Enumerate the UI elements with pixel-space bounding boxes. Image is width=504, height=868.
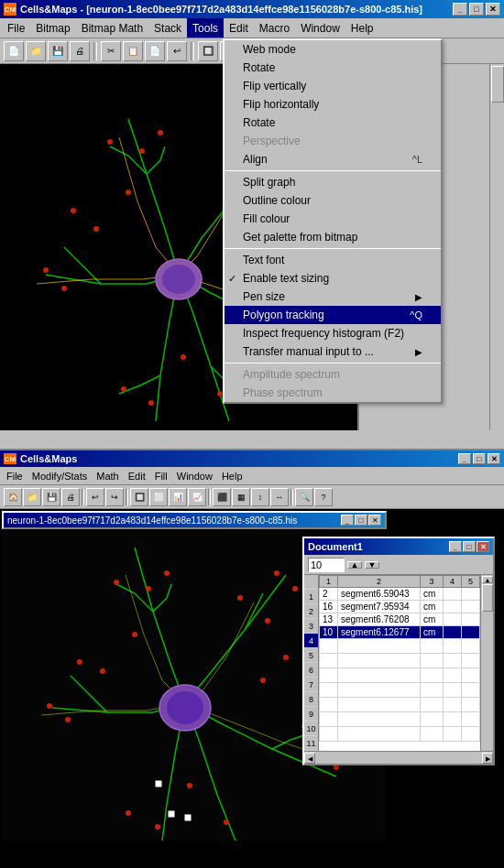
table-row-selected[interactable]: 10 segment6.12677 cm [320,626,480,639]
menu-item-rotate-1[interactable]: Rotate [225,59,441,77]
menu-item-enable-text-sizing[interactable]: ✓ Enable text sizing [225,269,441,288]
bottom-tb-7[interactable]: 🔲 [130,488,148,506]
bottom-tb-16[interactable]: ? [314,488,333,506]
menu-item-transfer-manual[interactable]: Transfer manual input to ... ▶ [225,342,441,361]
bottom-tb-1[interactable]: 🏠 [4,488,22,506]
menu-help[interactable]: Help [345,18,379,38]
maximize-button[interactable]: □ [469,3,484,16]
bottom-minimize[interactable]: _ [458,453,471,464]
menu-item-text-font[interactable]: Text font [225,251,441,269]
table-row[interactable] [320,639,480,654]
bottom-maximize[interactable]: □ [473,453,486,464]
menu-item-polygon-tracking[interactable]: Polygon tracking ^Q [225,306,441,324]
doc-scroll-thumb[interactable] [482,584,493,612]
table-row[interactable] [320,654,480,668]
doc-close[interactable]: ✕ [477,541,489,552]
toolbar-btn-9[interactable]: 🔲 [198,41,218,61]
menu-item-outline-colour[interactable]: Outline colour [225,191,441,210]
menu-item-flip-vertically[interactable]: Flip vertically [225,77,441,95]
bottom-menu-math[interactable]: Math [92,470,123,483]
cell-7-2 [338,668,421,683]
toolbar-btn-2[interactable]: 📁 [26,41,46,61]
svg-point-19 [107,139,113,145]
doc-scroll-up[interactable]: ▲ [347,561,362,569]
cell-6-1 [320,654,338,668]
toolbar-btn-1[interactable]: 📄 [4,41,24,61]
doc-scroll-left-btn[interactable]: ◀ [304,753,315,764]
toolbar-btn-5[interactable]: ✂ [101,41,121,61]
table-row[interactable]: 2 segment6.59043 cm [320,588,480,601]
bottom-menu-modify[interactable]: Modify/Stats [27,470,93,483]
bottom-tb-2[interactable]: 📁 [23,488,41,506]
table-row[interactable] [320,727,480,742]
dropdown-sep-2 [225,248,441,249]
menu-bitmap-math[interactable]: Bitmap Math [76,18,148,38]
bottom-tb-12[interactable]: ▦ [232,488,250,506]
menu-item-split-graph[interactable]: Split graph [225,173,441,191]
toolbar-btn-8[interactable]: ↩ [167,41,187,61]
doc-maximize[interactable]: □ [463,541,476,552]
menu-item-rotate-2[interactable]: Rotate [225,114,441,132]
menu-item-pen-size[interactable]: Pen size ▶ [225,288,441,306]
table-row[interactable]: 16 segment7.95934 cm [320,601,480,613]
menu-item-flip-horizontally[interactable]: Flip horizontally [225,95,441,114]
cell-10-3 [421,712,444,727]
subwindow-minimize[interactable]: _ [341,515,354,526]
table-row[interactable]: 13 segment6.76208 cm [320,613,480,626]
cell-1-3: cm [421,588,444,601]
bottom-tb-13[interactable]: ↕ [251,488,269,506]
menu-item-web-mode[interactable]: Web mode [225,40,441,59]
bottom-tb-3[interactable]: 💾 [42,488,60,506]
menu-item-get-palette[interactable]: Get palette from bitmap [225,228,441,246]
menu-tools[interactable]: Tools [187,18,224,38]
minimize-button[interactable]: _ [453,3,467,16]
close-button[interactable]: ✕ [486,3,500,16]
bottom-menu-edit[interactable]: Edit [124,470,150,483]
toolbar-btn-4[interactable]: 🖨 [70,41,90,61]
subwindow-close[interactable]: ✕ [368,515,381,526]
bottom-tb-11[interactable]: ⬛ [213,488,231,506]
bottom-tb-14[interactable]: ↔ [270,488,289,506]
menu-macro[interactable]: Macro [254,18,295,38]
table-row[interactable] [320,668,480,683]
menu-file[interactable]: File [2,18,30,38]
doc-minimize[interactable]: _ [449,541,462,552]
menu-window[interactable]: Window [295,18,345,38]
subwindow: neuron-1-8ec0bee97f717d2a483d14effce98e1… [2,511,387,529]
bottom-menu-file[interactable]: File [2,470,27,483]
menu-item-align[interactable]: Align ^L [225,150,441,168]
scroll-thumb[interactable] [491,66,504,103]
menu-item-inspect-frequency[interactable]: Inspect frequency histogram (F2) [225,324,441,342]
menu-bitmap[interactable]: Bitmap [30,18,75,38]
bottom-menu-fill[interactable]: Fill [150,470,172,483]
bottom-close[interactable]: ✕ [488,453,500,464]
svg-point-14 [181,354,186,360]
doc-scroll-down[interactable]: ▼ [365,561,379,569]
table-row[interactable] [320,683,480,698]
menu-edit[interactable]: Edit [224,18,254,38]
bottom-tb-6[interactable]: ↪ [105,488,124,506]
bottom-tb-4[interactable]: 🖨 [61,488,80,506]
row-num-4: 4 [304,634,318,648]
menu-stack[interactable]: Stack [148,18,187,38]
doc-vscrollbar[interactable]: ▲ [480,575,493,751]
table-row[interactable] [320,712,480,727]
doc-hscrollbar[interactable]: ◀ ▶ [304,751,493,764]
bottom-menu-window[interactable]: Window [172,470,217,483]
toolbar-btn-7[interactable]: 📄 [145,41,165,61]
subwindow-maximize[interactable]: □ [355,515,367,526]
bottom-menu-help[interactable]: Help [217,470,247,483]
bottom-tb-9[interactable]: 📊 [169,488,187,506]
bottom-tb-10[interactable]: 📈 [188,488,206,506]
table-row[interactable] [320,698,480,712]
bottom-tb-8[interactable]: ⬜ [149,488,168,506]
toolbar-btn-6[interactable]: 📋 [123,41,143,61]
doc-scroll-up-btn[interactable]: ▲ [482,576,493,583]
toolbar-btn-3[interactable]: 💾 [48,41,68,61]
bottom-tb-5[interactable]: ↩ [86,488,104,506]
doc-value-input[interactable] [308,558,345,572]
bottom-tb-15[interactable]: 🔍 [295,488,313,506]
right-scrollbar[interactable] [489,64,504,430]
doc-scroll-right-btn[interactable]: ▶ [482,753,493,764]
menu-item-fill-colour[interactable]: Fill colour [225,210,441,228]
